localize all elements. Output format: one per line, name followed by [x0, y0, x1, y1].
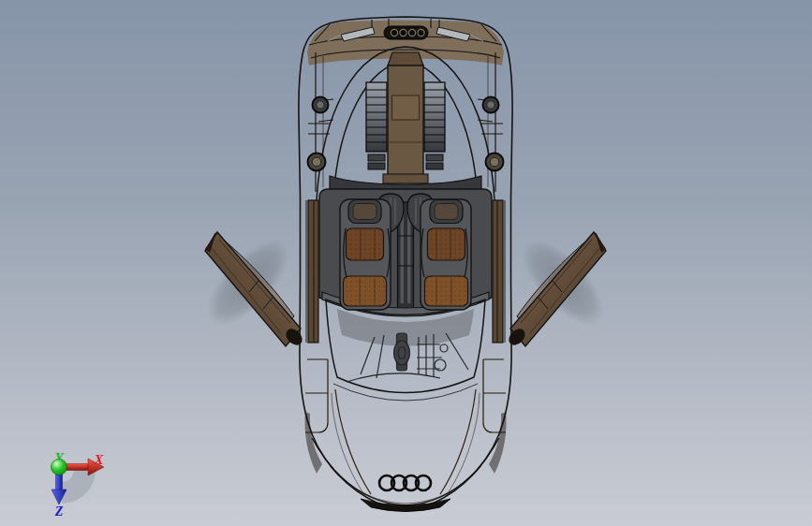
x-axis-label: X	[94, 453, 104, 467]
door-sill	[493, 200, 505, 343]
audi-rings-logo	[379, 475, 431, 490]
quarter-panel-lines	[478, 52, 503, 192]
cad-viewport[interactable]: Y X Z	[0, 0, 812, 526]
seat[interactable]	[421, 199, 471, 310]
engine-spine	[388, 52, 423, 66]
z-axis-label: Z	[54, 504, 64, 519]
engine-cover[interactable]	[317, 47, 495, 200]
origin-ball	[52, 460, 67, 475]
windshield[interactable]	[326, 300, 485, 401]
orientation-triad: Y X Z	[52, 451, 105, 519]
viewport-canvas[interactable]: Y X Z	[0, 0, 812, 526]
steering-wheel	[394, 341, 410, 365]
louver-column	[424, 82, 445, 169]
triad-shadow	[62, 470, 96, 504]
front-bumper[interactable]	[312, 438, 499, 512]
